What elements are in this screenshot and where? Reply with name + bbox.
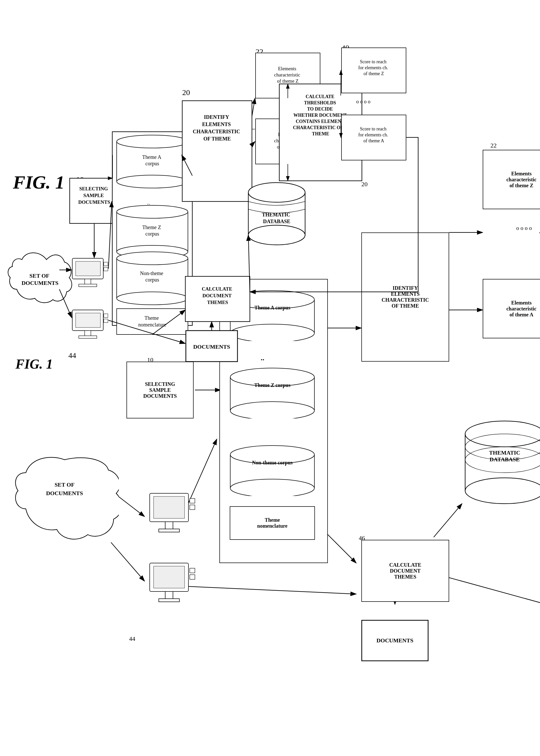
fig-label: FIG. 1 — [16, 356, 53, 372]
scanner-top — [145, 491, 196, 542]
non-theme-corpus: Non-theme corpus — [230, 444, 315, 496]
selecting-sample-box: SELECTING SAMPLE DOCUMENTS — [126, 362, 194, 418]
svg-rect-43 — [190, 568, 195, 573]
documents-box: DOCUMENTS — [361, 620, 429, 661]
svg-point-24 — [230, 402, 315, 418]
svg-rect-35 — [165, 522, 173, 529]
svg-point-30 — [465, 478, 540, 504]
theme-z-corpus: Theme Z corpus — [230, 367, 315, 418]
elements-char-a-box: Elements characteristic of theme A — [483, 279, 540, 338]
svg-rect-40 — [154, 566, 185, 588]
svg-rect-37 — [190, 498, 195, 503]
svg-point-27 — [230, 479, 315, 496]
svg-line-18 — [434, 573, 540, 646]
svg-line-15 — [434, 504, 462, 537]
svg-rect-34 — [154, 496, 185, 518]
num-44: 44 — [129, 636, 135, 642]
svg-rect-42 — [159, 599, 180, 602]
elements-char-z-box: Elements characteristic of theme Z — [483, 150, 540, 209]
elements-dots: o o o o — [516, 225, 532, 231]
scanner-bottom — [145, 560, 196, 612]
thematic-database: THEMATIC DATABASE — [465, 418, 540, 506]
num-20: 20 — [361, 181, 367, 188]
svg-point-21 — [230, 324, 315, 341]
calculate-document-themes-box: CALCULATE DOCUMENT THEMES — [361, 540, 449, 602]
corpus-dots: .. — [261, 354, 264, 362]
theme-a-corpus: Theme A corpus — [230, 289, 315, 341]
svg-rect-41 — [165, 592, 173, 599]
svg-rect-36 — [159, 529, 180, 532]
svg-rect-38 — [190, 505, 195, 509]
theme-nomenclature-box: Theme nomenclature — [230, 506, 315, 540]
set-of-documents-cloud: SET OF DOCUMENTS — [10, 439, 119, 563]
svg-line-5 — [186, 586, 356, 594]
svg-rect-44 — [190, 575, 195, 579]
identify-elements-box: IDENTIFY ELEMENTS CHARACTERISTIC OF THEM… — [361, 233, 449, 362]
diagram: FIG. 1 10 12 14 16 18 20 22 34 40 42 44 … — [0, 0, 540, 756]
num-22: 22 — [490, 142, 497, 149]
